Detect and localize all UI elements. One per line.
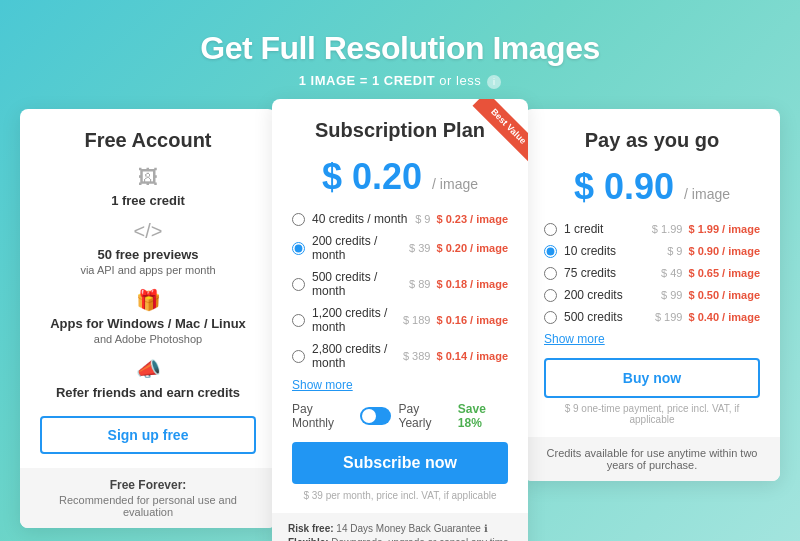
subtitle-bold: 1 IMAGE = 1 CREDIT [299,73,436,88]
sub-radio-4[interactable] [292,350,305,363]
sub-radio-2[interactable] [292,278,305,291]
sub-note: $ 39 per month, price incl. VAT, if appl… [292,490,508,501]
pay-credits-1: 10 credits [564,244,667,258]
subtitle-rest: or less [439,73,481,88]
free-previews-sub: via API and apps per month [80,264,215,276]
pay-credits-2: 75 credits [564,266,661,280]
pay-radio-3[interactable] [544,289,557,302]
pay-option-0[interactable]: 1 credit $ 1.99 $ 1.99 / image [544,222,760,236]
free-apps-title: Apps for Windows / Mac / Linux [50,316,246,331]
pay-credits-4: 500 credits [564,310,655,324]
free-footer-title: Free Forever: [36,478,260,492]
sub-price-4: $ 389 [403,350,431,362]
signup-button[interactable]: Sign up free [40,416,256,454]
apps-icon: 🎁 [136,288,161,312]
image-icon: 🖼 [138,166,158,189]
toggle-row: Pay Monthly Pay Yearly Save 18% [292,402,508,430]
free-feature-apps: 🎁 Apps for Windows / Mac / Linux and Ado… [40,288,256,345]
sub-radio-1[interactable] [292,242,305,255]
pay-perimg-2: $ 0.65 / image [688,267,760,279]
pay-radio-2[interactable] [544,267,557,280]
free-footer-sub: Recommended for personal use and evaluat… [36,494,260,518]
pay-price-0: $ 1.99 [652,223,683,235]
page-header: Get Full Resolution Images 1 IMAGE = 1 C… [200,30,600,89]
cards-container: Free Account 🖼 1 free credit </> 50 free… [20,109,780,541]
pay-option-2[interactable]: 75 credits $ 49 $ 0.65 / image [544,266,760,280]
pay-price-4: $ 199 [655,311,683,323]
free-previews-title: 50 free previews [97,247,198,262]
free-account-card: Free Account 🖼 1 free credit </> 50 free… [20,109,276,528]
sub-credits-4: 2,800 credits / month [312,342,403,370]
sub-option-1[interactable]: 200 credits / month $ 39 $ 0.20 / image [292,234,508,262]
pay-price: $ 0.90 / image [544,166,760,208]
buy-button[interactable]: Buy now [544,358,760,398]
pay-footer-text: Credits available for use anytime within… [540,447,764,471]
sub-card-footer: Risk free: 14 Days Money Back Guarantee … [272,513,528,541]
pay-card-title: Pay as you go [544,129,760,152]
sub-radio-0[interactable] [292,213,305,226]
sub-price-0: $ 9 [415,213,430,225]
sub-price-1: $ 39 [409,242,430,254]
sub-perimg-3: $ 0.16 / image [436,314,508,326]
pay-radio-4[interactable] [544,311,557,324]
pay-price-3: $ 99 [661,289,682,301]
sub-footer-risk-text: 14 Days Money Back Guarantee ℹ [336,523,487,534]
pay-perimg-1: $ 0.90 / image [688,245,760,257]
pay-perimg-4: $ 0.40 / image [688,311,760,323]
free-credit-title: 1 free credit [111,193,185,208]
page-title: Get Full Resolution Images [200,30,600,67]
pay-price-2: $ 49 [661,267,682,279]
pay-perimg-0: $ 1.99 / image [688,223,760,235]
free-feature-refer: 📣 Refer friends and earn credits [40,357,256,400]
info-icon[interactable]: i [487,75,501,89]
sub-footer-flexible: Flexible: Downgrade, upgrade or cancel a… [288,537,512,541]
page-subtitle: 1 IMAGE = 1 CREDIT or less i [200,73,600,89]
subscribe-button[interactable]: Subscribe now [292,442,508,484]
free-feature-credit: 🖼 1 free credit [40,166,256,208]
sub-perimg-4: $ 0.14 / image [436,350,508,362]
sub-option-2[interactable]: 500 credits / month $ 89 $ 0.18 / image [292,270,508,298]
sub-price-value: $ 0.20 [322,156,422,197]
sub-footer-risk: Risk free: 14 Days Money Back Guarantee … [288,523,512,534]
toggle-yearly-label: Pay Yearly [399,402,450,430]
save-badge: Save 18% [458,402,508,430]
pay-credits-3: 200 credits [564,288,661,302]
sub-option-0[interactable]: 40 credits / month $ 9 $ 0.23 / image [292,212,508,226]
subscription-card: Best Value Subscription Plan $ 0.20 / im… [272,99,528,541]
sub-perimg-1: $ 0.20 / image [436,242,508,254]
free-apps-sub: and Adobe Photoshop [94,333,202,345]
pay-card-footer: Credits available for use anytime within… [524,437,780,481]
sub-credits-2: 500 credits / month [312,270,409,298]
pay-option-4[interactable]: 500 credits $ 199 $ 0.40 / image [544,310,760,324]
pay-credits-0: 1 credit [564,222,652,236]
ribbon-wrap: Best Value [448,99,528,179]
toggle-knob [362,409,376,423]
sub-options: 40 credits / month $ 9 $ 0.23 / image 20… [292,212,508,370]
sub-credits-3: 1,200 credits / month [312,306,403,334]
pay-option-3[interactable]: 200 credits $ 99 $ 0.50 / image [544,288,760,302]
sub-price-3: $ 189 [403,314,431,326]
free-card-footer: Free Forever: Recommended for personal u… [20,468,276,528]
pay-option-1[interactable]: 10 credits $ 9 $ 0.90 / image [544,244,760,258]
sub-option-4[interactable]: 2,800 credits / month $ 389 $ 0.14 / ima… [292,342,508,370]
toggle-monthly-label: Pay Monthly [292,402,352,430]
pay-price-per: / image [684,186,730,202]
sub-credits-0: 40 credits / month [312,212,415,226]
pay-radio-0[interactable] [544,223,557,236]
sub-radio-3[interactable] [292,314,305,327]
sub-footer-risk-bold: Risk free: [288,523,334,534]
refer-icon: 📣 [136,357,161,381]
pay-show-more[interactable]: Show more [544,332,760,346]
billing-toggle[interactable] [360,407,391,425]
pay-perimg-3: $ 0.50 / image [688,289,760,301]
sub-perimg-2: $ 0.18 / image [436,278,508,290]
free-feature-previews: </> 50 free previews via API and apps pe… [40,220,256,276]
pay-price-value: $ 0.90 [574,166,674,207]
sub-show-more[interactable]: Show more [292,378,508,392]
pay-card: Pay as you go $ 0.90 / image 1 credit $ … [524,109,780,481]
best-value-ribbon: Best Value [473,99,528,162]
pay-radio-1[interactable] [544,245,557,258]
pay-price-1: $ 9 [667,245,682,257]
code-icon: </> [134,220,163,243]
sub-option-3[interactable]: 1,200 credits / month $ 189 $ 0.16 / ima… [292,306,508,334]
